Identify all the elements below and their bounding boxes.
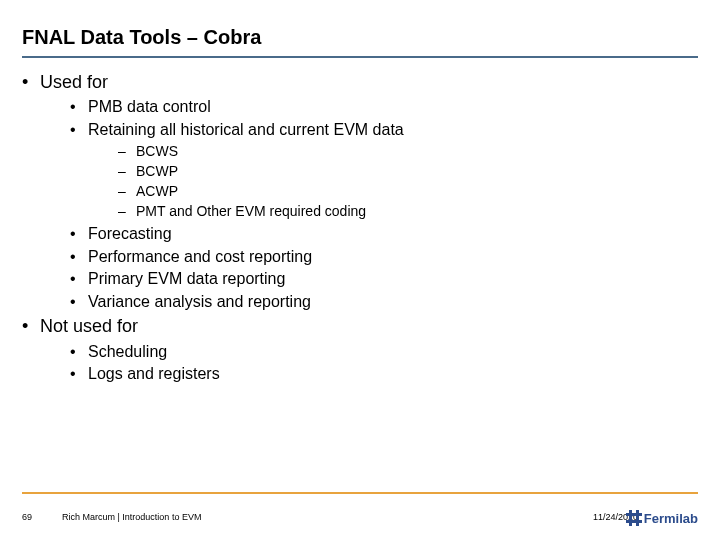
list-item-text: Primary EVM data reporting (88, 270, 285, 287)
presenter-info: Rich Marcum | Introduction to EVM (62, 512, 201, 522)
section-heading-text: Used for (40, 72, 108, 92)
footer: 69 Rich Marcum | Introduction to EVM 11/… (22, 502, 698, 526)
slide-content: Used for PMB data control Retaining all … (22, 70, 698, 389)
list-item-text: Performance and cost reporting (88, 248, 312, 265)
section-heading: Used for PMB data control Retaining all … (22, 70, 698, 312)
list-item-text: Forecasting (88, 225, 172, 242)
list-item-text: PMB data control (88, 98, 211, 115)
svg-rect-3 (626, 520, 642, 523)
fermilab-logo: Fermilab (626, 510, 698, 526)
list-item: PMB data control (70, 96, 698, 118)
svg-rect-2 (626, 513, 642, 516)
footer-divider (22, 492, 698, 494)
slide: FNAL Data Tools – Cobra Used for PMB dat… (0, 0, 720, 540)
list-item-text: Logs and registers (88, 365, 220, 382)
list-item: Performance and cost reporting (70, 246, 698, 268)
sub-list-item: BCWS (118, 142, 698, 161)
sub-list-item: PMT and Other EVM required coding (118, 202, 698, 221)
list-item: Logs and registers (70, 363, 698, 385)
page-number: 69 (22, 512, 32, 522)
list-item: Scheduling (70, 341, 698, 363)
section-heading-text: Not used for (40, 316, 138, 336)
list-item-text: Variance analysis and reporting (88, 293, 311, 310)
sub-list-item: ACWP (118, 182, 698, 201)
list-item-text: Scheduling (88, 343, 167, 360)
list-item: Forecasting (70, 223, 698, 245)
list-item-text: Retaining all historical and current EVM… (88, 121, 404, 138)
slide-title: FNAL Data Tools – Cobra (22, 26, 261, 49)
fermilab-logo-icon (626, 510, 642, 526)
sub-list-item: BCWP (118, 162, 698, 181)
list-item: Retaining all historical and current EVM… (70, 119, 698, 221)
svg-rect-1 (636, 510, 639, 526)
list-item: Primary EVM data reporting (70, 268, 698, 290)
section-heading: Not used for Scheduling Logs and registe… (22, 314, 698, 384)
svg-rect-0 (629, 510, 632, 526)
title-underline (22, 56, 698, 58)
logo-text: Fermilab (644, 511, 698, 526)
list-item: Variance analysis and reporting (70, 291, 698, 313)
